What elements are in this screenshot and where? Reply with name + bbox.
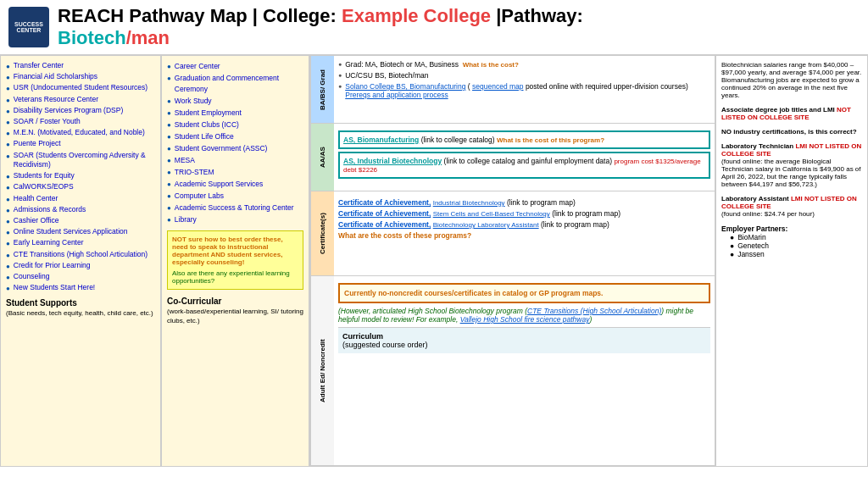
cert-item-3: Certificate of Achievement, Biotechnolog… (338, 220, 710, 229)
list-item: Janssen (730, 250, 862, 258)
list-item: Academic Success & Tutoring Center (167, 202, 303, 214)
adult-row: Adult Ed/ Noncredit Currently no-noncred… (310, 276, 715, 466)
list-item: Student Government (ASSC) (167, 143, 303, 154)
adult-no-credit-box: Currently no-noncredit courses/certifica… (338, 283, 710, 303)
student-supports-list: Transfer Center Financial Aid Scholarshi… (6, 61, 155, 293)
student-supports-column: Transfer Center Financial Aid Scholarshi… (0, 55, 161, 467)
list-item: Cashier Office (6, 216, 155, 226)
adult-content: Currently no-noncredit courses/certifica… (334, 276, 715, 465)
salary-column: Biotechnician salaries range from $40,00… (715, 55, 868, 467)
cert-item-1: Certificate of Achievement, Industrial B… (338, 198, 710, 207)
salary-block-5: Laboratory Assistant LMI NOT LISTED ON C… (721, 195, 862, 218)
warning-box: NOT sure how to best order these, need t… (167, 230, 303, 290)
list-item: SOAR / Foster Youth (6, 117, 155, 127)
title-text: REACH Pathway Map | College: Example Col… (58, 5, 583, 26)
list-item: Student Employment (167, 108, 303, 119)
list-item: Computer Labs (167, 191, 303, 202)
aa-row: AA/AS AS, Biomanufacturing (link to coll… (310, 124, 715, 191)
logo: SUCCESS CENTER (8, 7, 49, 47)
subtitle: Biotech/man (58, 27, 860, 49)
salary-block-1: Biotechnician salaries range from $40,00… (721, 61, 862, 99)
list-item: Credit for Prior Learning (6, 261, 155, 271)
list-item: Solano College BS, Biomanufacturing ( se… (338, 82, 710, 99)
list-item: CTE Transitions (High School Articulatio… (6, 250, 155, 260)
list-item: Graduation and Commencement Ceremony (167, 73, 303, 95)
list-item: Online Student Services Application (6, 227, 155, 237)
ba-row: BA/BS/ Grad Grad: MA, Biotech or MA, Bus… (310, 56, 715, 124)
list-item: Career Center (167, 61, 303, 72)
list-item: Students for Equity (6, 171, 155, 181)
adult-articulation-text: (However, articulated High School Biotec… (338, 307, 710, 324)
header: SUCCESS CENTER REACH Pathway Map | Colle… (0, 0, 868, 55)
list-item: MESA (167, 155, 303, 166)
list-item: New Students Start Here! (6, 283, 155, 293)
list-item: Disability Services Program (DSP) (6, 106, 155, 116)
list-item: Grad: MA, Biotech or MA, Business What i… (338, 60, 710, 69)
ba-content: Grad: MA, Biotech or MA, Business What i… (334, 56, 715, 123)
aa-content: AS, Biomanufacturing (link to college ca… (334, 124, 715, 191)
list-item: Admissions & Records (6, 205, 155, 215)
cert-content: Certificate of Achievement, Industrial B… (334, 191, 715, 275)
salary-block-4: Laboratory Technician LMI NOT LISTED ON … (721, 142, 862, 188)
employer-list: BioMarin Genetech Janssen (730, 233, 862, 258)
salary-block-3: NO industry certifications, is this corr… (721, 128, 862, 136)
list-item: Veterans Resource Center (6, 95, 155, 105)
list-item: Early Learning Center (6, 238, 155, 248)
list-item: USR (Undocumented Student Resources) (6, 83, 155, 93)
page-title: REACH Pathway Map | College: Example Col… (58, 5, 860, 27)
list-item: Health Center (6, 194, 155, 204)
logo-line1: SUCCESS (14, 21, 43, 27)
list-item: Puente Project (6, 139, 155, 149)
employer-block: Employer Partners: BioMarin Genetech Jan… (721, 225, 862, 258)
list-item: SOAR (Students Overcoming Adversity & Re… (6, 151, 155, 171)
aa-item-2: AS, Industrial Biotechnology (link to co… (338, 152, 710, 179)
curriculum-section: Curriculum (suggested course order) (338, 327, 710, 353)
cert-label: Certificate(s) (310, 191, 334, 275)
list-item: CalWORKS/EOPS (6, 182, 155, 192)
list-item: BioMarin (730, 233, 862, 241)
main-content: Transfer Center Financial Aid Scholarshi… (0, 55, 868, 467)
ba-label: BA/BS/ Grad (310, 56, 334, 123)
cocurricular-column: Career Center Graduation and Commencemen… (161, 55, 309, 467)
aa-label: AA/AS (310, 124, 334, 191)
salary-block-2: Associate degree job titles and LMI NOT … (721, 106, 862, 121)
list-item: Transfer Center (6, 61, 155, 71)
list-item: M.E.N. (Motivated, Educated, and Noble) (6, 128, 155, 138)
list-item: Genetech (730, 241, 862, 250)
student-supports-footer: Student Supports (Basic needs, tech equi… (6, 298, 155, 317)
list-item: Counseling (6, 272, 155, 282)
list-item: UC/CSU BS, Biotech/man (338, 71, 710, 80)
aa-item-1: AS, Biomanufacturing (link to college ca… (338, 130, 710, 149)
cert-item-2: Certificate of Achievement, Stem Cells a… (338, 209, 710, 218)
cocurricular-list: Career Center Graduation and Commencemen… (167, 61, 303, 225)
list-item: Library (167, 214, 303, 225)
cocurricular-footer: Co-Curricular (work-based/experiential l… (167, 297, 303, 324)
list-item: Student Clubs (ICC) (167, 119, 303, 130)
cert-row: Certificate(s) Certificate of Achievemen… (310, 191, 715, 276)
cert-cost-question: What are the costs of these programs? (338, 231, 710, 240)
also-text: Also are there any experiential learning… (172, 269, 298, 285)
adult-label: Adult Ed/ Noncredit (310, 276, 334, 465)
pathway-column: BA/BS/ Grad Grad: MA, Biotech or MA, Bus… (309, 55, 715, 467)
list-item: Student Life Office (167, 131, 303, 142)
logo-line2: CENTER (17, 27, 42, 33)
list-item: Financial Aid Scholarships (6, 72, 155, 82)
list-item: TRIO-STEM (167, 167, 303, 178)
list-item: Work Study (167, 96, 303, 107)
list-item: Academic Support Services (167, 179, 303, 190)
